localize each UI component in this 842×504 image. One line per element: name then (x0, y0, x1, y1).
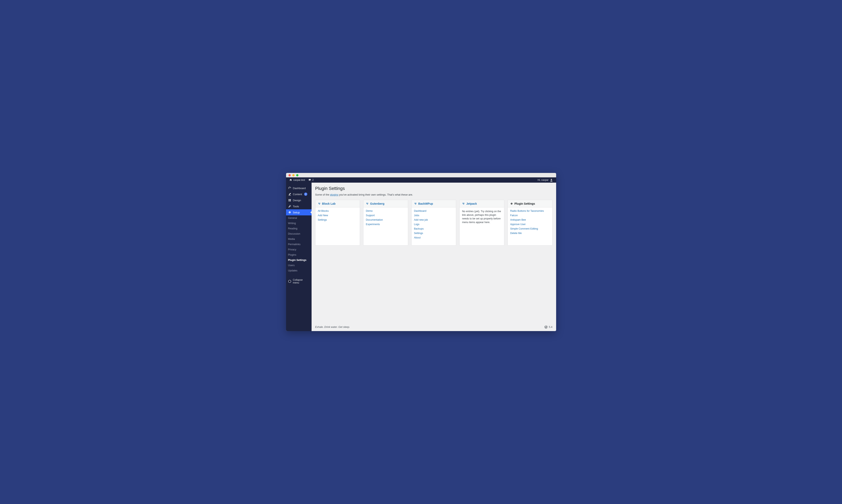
plugin-card-title-backwpup[interactable]: BackWPup (412, 200, 456, 208)
adminbar-site-name: caspar.test (293, 179, 305, 181)
footer-version: 5.4 (545, 325, 552, 329)
adminbar-account-link[interactable]: Hi, caspar (536, 177, 554, 183)
sidebar-item-label: Tools (293, 205, 299, 208)
plugin-card-plugin-settings: Plugin SettingsRadio Buttons for Taxonom… (508, 200, 552, 246)
window-zoom-button[interactable] (296, 174, 298, 176)
plugin-card-gutenberg: GutenbergDemoSupportDocumentationExperim… (363, 200, 408, 246)
wordpress-icon (545, 325, 548, 329)
sidebar-subitem-media[interactable]: Media (286, 236, 312, 242)
plugin-card-empty-message: No entries (yet). Try clicking on the li… (462, 210, 502, 224)
plugin-link[interactable]: Add New (318, 214, 358, 217)
adminbar-comments-count: 2 (312, 179, 314, 181)
sidebar-subitem-privacy[interactable]: Privacy (286, 247, 312, 252)
plugin-card-title-block-lab[interactable]: Block Lab (315, 200, 360, 208)
comment-icon (308, 179, 311, 181)
plugin-link[interactable]: Documentation (366, 218, 406, 221)
plugin-link[interactable]: About (414, 236, 454, 239)
sidebar-subitem-updates[interactable]: Updates (286, 268, 312, 273)
plug-icon (318, 202, 321, 205)
tools-icon (288, 205, 291, 208)
window-close-button[interactable] (289, 174, 291, 176)
window-titlebar (286, 173, 556, 177)
plug-icon (366, 202, 369, 205)
plugin-link[interactable]: Simple Comment Editing (510, 227, 550, 230)
admin-sidebar: DashboardContent2DesignToolsSetup Genera… (286, 183, 312, 331)
sidebar-item-label: Dashboard (293, 187, 306, 190)
adminbar-comments-link[interactable]: 2 (307, 177, 315, 183)
home-icon (289, 179, 292, 181)
page-description: Some of the plugins you've activated bri… (315, 193, 552, 196)
plugin-card-body: No entries (yet). Try clicking on the li… (460, 208, 504, 227)
edit-icon (288, 193, 291, 196)
footer-message: Exhale. Drink water. Get sleep. (315, 326, 350, 328)
sidebar-item-tools[interactable]: Tools (286, 203, 312, 209)
sidebar-item-label: Content (293, 193, 302, 196)
plugins-link[interactable]: plugins (330, 193, 338, 196)
plugin-link[interactable]: Delete Me (510, 232, 550, 235)
plugin-link[interactable]: Falcon (510, 214, 550, 217)
sidebar-subitem-plugins[interactable]: Plugins (286, 252, 312, 257)
sidebar-subitem-reading[interactable]: Reading (286, 226, 312, 231)
window-minimize-button[interactable] (292, 174, 295, 176)
appearance-icon (288, 199, 291, 202)
plugin-card-body: All BlocksAdd NewSettings (315, 208, 360, 224)
settings-icon (288, 211, 291, 214)
plugin-card-title-jetpack[interactable]: Jetpack (460, 200, 504, 208)
plugin-card-backwpup: BackWPupDashboardJobsAdd new jobLogsBack… (411, 200, 456, 246)
plugin-link[interactable]: Logs (414, 223, 454, 226)
sidebar-item-label: Design (293, 199, 301, 202)
main-content: Plugin Settings Some of the plugins you'… (312, 183, 556, 331)
admin-bar: caspar.test 2 Hi, caspar (286, 177, 556, 183)
sidebar-subitem-plugin-settings[interactable]: Plugin Settings (286, 257, 312, 263)
sidebar-subitem-discussion[interactable]: Discussion (286, 231, 312, 236)
plugin-link[interactable]: Demo (366, 210, 406, 212)
plugin-card-body: Radio Buttons for TaxonomiesFalconAntisp… (508, 208, 552, 237)
page-title: Plugin Settings (315, 186, 552, 191)
plugin-card-body: DashboardJobsAdd new jobLogsBackupsSetti… (412, 208, 456, 241)
plugin-link[interactable]: Jobs (414, 214, 454, 217)
plugin-card-block-lab: Block LabAll BlocksAdd NewSettings (315, 200, 360, 246)
plugin-link[interactable]: Dashboard (414, 210, 454, 212)
plugin-link[interactable]: Settings (414, 232, 454, 235)
sidebar-subitem-permalinks[interactable]: Permalinks (286, 242, 312, 247)
plugin-card-body: DemoSupportDocumentationExperiments (363, 208, 408, 228)
sidebar-item-setup[interactable]: Setup (286, 209, 312, 215)
sidebar-subitem-users[interactable]: Users (286, 263, 312, 268)
dashboard-icon (288, 186, 291, 190)
plugin-link[interactable]: All Blocks (318, 210, 358, 212)
collapse-icon (288, 280, 291, 283)
adminbar-site-link[interactable]: caspar.test (288, 177, 307, 183)
collapse-menu-label: Collapse menu (293, 278, 309, 284)
plugin-link[interactable]: Add new job (414, 218, 454, 221)
sidebar-subitem-writing[interactable]: Writing (286, 221, 312, 226)
sidebar-item-content[interactable]: Content2 (286, 191, 312, 197)
plugin-card-title-gutenberg[interactable]: Gutenberg (363, 200, 408, 208)
sidebar-subitem-general[interactable]: General (286, 215, 312, 221)
plugin-link[interactable]: Support (366, 214, 406, 217)
plug-icon (462, 202, 465, 205)
sidebar-item-design[interactable]: Design (286, 197, 312, 203)
sidebar-item-label: Setup (293, 211, 300, 214)
plugin-link[interactable]: Radio Buttons for Taxonomies (510, 210, 550, 212)
plugin-cards-grid: Block LabAll BlocksAdd NewSettingsGutenb… (315, 200, 552, 246)
plugin-link[interactable]: Experiments (366, 223, 406, 226)
plugin-card-title-plugin-settings: Plugin Settings (508, 200, 552, 208)
plugin-link[interactable]: Approve User (510, 223, 550, 226)
admin-footer: Exhale. Drink water. Get sleep. 5.4 (312, 323, 556, 331)
plugin-link[interactable]: Antispam Bee (510, 218, 550, 221)
collapse-menu-button[interactable]: Collapse menu (286, 277, 312, 286)
plug-icon (414, 202, 417, 205)
plugin-card-jetpack: JetpackNo entries (yet). Try clicking on… (459, 200, 504, 246)
plugin-link[interactable]: Backups (414, 227, 454, 230)
settings-icon (510, 202, 513, 205)
user-icon (550, 179, 553, 182)
plugin-link[interactable]: Settings (318, 218, 358, 221)
wp-admin: caspar.test 2 Hi, caspar DashboardConten… (286, 177, 556, 331)
sidebar-badge: 2 (304, 193, 307, 196)
adminbar-greeting: Hi, caspar (537, 179, 548, 181)
sidebar-item-dashboard[interactable]: Dashboard (286, 185, 312, 191)
browser-window: caspar.test 2 Hi, caspar DashboardConten… (286, 173, 556, 331)
